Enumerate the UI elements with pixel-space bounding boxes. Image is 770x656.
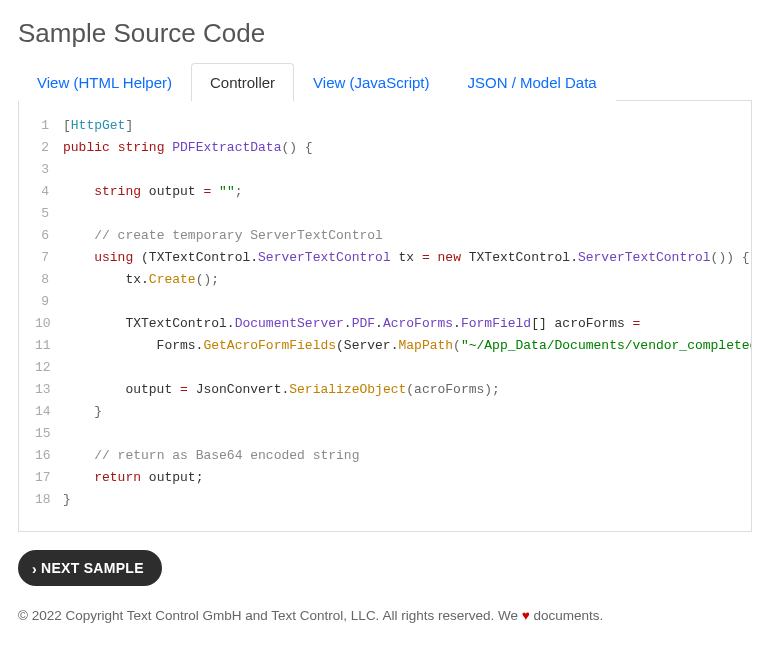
code-line: 3: [35, 159, 735, 181]
code-line: 4 string output = "";: [35, 181, 735, 203]
code-line: 5: [35, 203, 735, 225]
line-content: TXTextControl.DocumentServer.PDF.AcroFor…: [63, 313, 735, 335]
code-line: 13 output = JsonConvert.SerializeObject(…: [35, 379, 735, 401]
code-line: 9: [35, 291, 735, 313]
line-content: string output = "";: [63, 181, 735, 203]
line-number: 17: [35, 467, 63, 489]
code-line: 11 Forms.GetAcroFormFields(Server.MapPat…: [35, 335, 735, 357]
tab-controller[interactable]: Controller: [191, 63, 294, 101]
line-content: [63, 423, 735, 445]
code-line: 1[HttpGet]: [35, 115, 735, 137]
footer-pre: © 2022 Copyright Text Control GmbH and T…: [18, 608, 522, 623]
line-content: public string PDFExtractData() {: [63, 137, 735, 159]
code-line: 14 }: [35, 401, 735, 423]
line-number: 10: [35, 313, 63, 335]
heart-icon: ♥: [522, 608, 530, 623]
chevron-right-icon: ›: [32, 559, 37, 577]
line-content: return output;: [63, 467, 735, 489]
line-number: 5: [35, 203, 63, 225]
code-line: 17 return output;: [35, 467, 735, 489]
line-content: [63, 203, 735, 225]
line-number: 8: [35, 269, 63, 291]
line-content: [63, 291, 735, 313]
line-number: 12: [35, 357, 63, 379]
code-line: 10 TXTextControl.DocumentServer.PDF.Acro…: [35, 313, 735, 335]
line-content: [63, 159, 735, 181]
line-number: 18: [35, 489, 63, 511]
line-content: [HttpGet]: [63, 115, 735, 137]
code-pane: 1[HttpGet]2public string PDFExtractData(…: [18, 101, 752, 532]
line-content: output = JsonConvert.SerializeObject(acr…: [63, 379, 735, 401]
tab-view-javascript[interactable]: View (JavaScript): [294, 63, 448, 101]
line-number: 11: [35, 335, 63, 357]
line-number: 1: [35, 115, 63, 137]
line-number: 2: [35, 137, 63, 159]
line-number: 15: [35, 423, 63, 445]
code-line: 8 tx.Create();: [35, 269, 735, 291]
line-number: 7: [35, 247, 63, 269]
line-number: 6: [35, 225, 63, 247]
line-content: [63, 357, 735, 379]
code-line: 18}: [35, 489, 735, 511]
line-content: Forms.GetAcroFormFields(Server.MapPath("…: [63, 335, 752, 357]
code-line: 12: [35, 357, 735, 379]
footer-post: documents.: [530, 608, 604, 623]
line-number: 3: [35, 159, 63, 181]
page-title: Sample Source Code: [18, 18, 752, 49]
code-line: 15: [35, 423, 735, 445]
code-line: 6 // create temporary ServerTextControl: [35, 225, 735, 247]
line-number: 4: [35, 181, 63, 203]
tabs-bar: View (HTML Helper)ControllerView (JavaSc…: [18, 63, 752, 101]
footer-text: © 2022 Copyright Text Control GmbH and T…: [18, 608, 752, 623]
line-number: 14: [35, 401, 63, 423]
line-content: // create temporary ServerTextControl: [63, 225, 735, 247]
code-line: 2public string PDFExtractData() {: [35, 137, 735, 159]
line-content: }: [63, 401, 735, 423]
tab-view-html-helper[interactable]: View (HTML Helper): [18, 63, 191, 101]
line-content: tx.Create();: [63, 269, 735, 291]
line-number: 9: [35, 291, 63, 313]
code-line: 16 // return as Base64 encoded string: [35, 445, 735, 467]
line-number: 16: [35, 445, 63, 467]
line-number: 13: [35, 379, 63, 401]
next-sample-label: NEXT SAMPLE: [41, 560, 144, 576]
tab-json-model-data[interactable]: JSON / Model Data: [449, 63, 616, 101]
code-line: 7 using (TXTextControl.ServerTextControl…: [35, 247, 735, 269]
line-content: // return as Base64 encoded string: [63, 445, 735, 467]
next-sample-button[interactable]: › NEXT SAMPLE: [18, 550, 162, 586]
line-content: using (TXTextControl.ServerTextControl t…: [63, 247, 750, 269]
line-content: }: [63, 489, 735, 511]
